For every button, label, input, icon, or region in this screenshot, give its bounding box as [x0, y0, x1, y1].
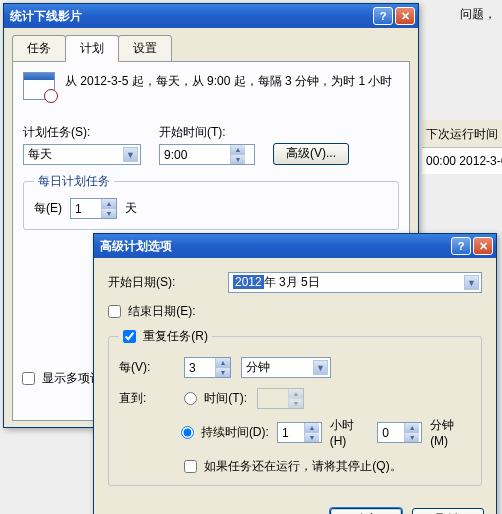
daily-legend: 每日计划任务 — [34, 173, 114, 190]
schedule-task-value: 每天 — [28, 146, 52, 163]
close-icon: ✕ — [401, 10, 410, 23]
close-button[interactable]: ✕ — [395, 7, 415, 25]
repeat-task-checkbox[interactable]: 重复任务(R) — [123, 329, 208, 343]
repeat-task-label: 重复任务(R) — [143, 329, 208, 343]
titlebar[interactable]: 高级计划选项 ? ✕ — [94, 234, 496, 258]
bg-text: 问题， — [460, 6, 496, 23]
start-date-label: 开始日期(S): — [108, 274, 228, 291]
repeat-unit-value: 分钟 — [246, 359, 270, 376]
until-label: 直到: — [119, 390, 174, 407]
daily-fieldset: 每日计划任务 每(E) ▲▼ 天 — [23, 173, 399, 230]
ok-button[interactable]: 确定 — [330, 508, 402, 514]
schedule-description: 从 2012-3-5 起，每天，从 9:00 起，每隔 3 分钟，为时 1 小时 — [65, 72, 392, 91]
schedule-task-label: 计划任务(S): — [23, 124, 141, 141]
schedule-icon — [23, 72, 55, 100]
spin-down-icon[interactable]: ▼ — [102, 208, 116, 218]
titlebar[interactable]: 统计下线影片 ? ✕ — [4, 4, 418, 28]
window-title: 高级计划选项 — [100, 238, 449, 255]
close-button[interactable]: ✕ — [473, 237, 493, 255]
spin-up-icon[interactable]: ▲ — [231, 145, 245, 154]
every-days-value[interactable] — [71, 199, 101, 218]
minutes-label: 分钟(M) — [430, 417, 471, 448]
close-icon: ✕ — [479, 240, 488, 253]
start-date-value: 2012年 3月 5日 — [233, 274, 320, 291]
repeat-task-input[interactable] — [123, 330, 136, 343]
until-duration-label: 持续时间(D): — [201, 425, 269, 439]
start-time-value[interactable] — [160, 145, 230, 164]
dialog-buttons: 确定 取消 — [94, 498, 496, 514]
end-date-input[interactable] — [108, 305, 121, 318]
advanced-button[interactable]: 高级(V)... — [273, 143, 349, 165]
repeat-every-label: 每(V): — [119, 359, 174, 376]
until-time-input[interactable] — [184, 392, 197, 405]
repeat-every-input[interactable]: ▲▼ — [184, 357, 231, 378]
window-title: 统计下线影片 — [10, 8, 371, 25]
every-label: 每(E) — [34, 200, 62, 217]
tab-task[interactable]: 任务 — [12, 35, 66, 62]
schedule-task-select[interactable]: 每天 ▼ — [23, 144, 141, 165]
chevron-down-icon: ▼ — [313, 360, 328, 375]
cancel-button[interactable]: 取消 — [412, 508, 484, 514]
spin-up-icon[interactable]: ▲ — [305, 423, 319, 432]
start-date-select[interactable]: 2012年 3月 5日 ▼ — [228, 272, 482, 293]
minutes-input[interactable]: ▲▼ — [377, 422, 422, 443]
repeat-every-value[interactable] — [185, 358, 215, 377]
repeat-fieldset: 重复任务(R) 每(V): ▲▼ 分钟 ▼ 直到: 时间(T): — [108, 328, 482, 486]
start-time-input[interactable]: ▲▼ — [159, 144, 255, 165]
spin-up-icon[interactable]: ▲ — [102, 199, 116, 208]
show-multi-input[interactable] — [22, 372, 35, 385]
hours-value[interactable] — [278, 423, 304, 442]
until-time-value-input: ▲▼ — [257, 388, 304, 409]
repeat-unit-select[interactable]: 分钟 ▼ — [241, 357, 331, 378]
hours-input[interactable]: ▲▼ — [277, 422, 322, 443]
stop-if-running-label: 如果任务还在运行，请将其停止(Q)。 — [204, 459, 401, 473]
tab-strip: 任务 计划 设置 — [4, 28, 418, 61]
start-time-label: 开始时间(T): — [159, 124, 255, 141]
minutes-value[interactable] — [378, 423, 404, 442]
col-header: 下次运行时间 — [422, 122, 502, 148]
end-date-label: 结束日期(E): — [128, 304, 195, 318]
spin-up-icon[interactable]: ▲ — [405, 423, 419, 432]
spin-down-icon[interactable]: ▼ — [305, 432, 319, 442]
help-button[interactable]: ? — [451, 237, 471, 255]
chevron-down-icon: ▼ — [123, 147, 138, 162]
advanced-options-dialog: 高级计划选项 ? ✕ 开始日期(S): 2012年 3月 5日 ▼ 结束日期(E… — [93, 233, 497, 514]
until-time-field — [258, 389, 288, 408]
chevron-down-icon: ▼ — [464, 275, 479, 290]
until-duration-input[interactable] — [181, 426, 194, 439]
spin-up-icon[interactable]: ▲ — [216, 358, 230, 367]
every-days-input[interactable]: ▲▼ — [70, 198, 117, 219]
until-time-radio[interactable]: 时间(T): — [184, 390, 247, 407]
stop-if-running-input[interactable] — [184, 460, 197, 473]
show-multi-checkbox[interactable]: 显示多项计 — [22, 371, 102, 385]
spin-down-icon[interactable]: ▼ — [405, 432, 419, 442]
until-duration-radio[interactable]: 持续时间(D): — [181, 424, 269, 441]
end-date-checkbox[interactable]: 结束日期(E): — [108, 304, 196, 318]
cell-value: 00:00 2012-3-6 — [422, 148, 502, 174]
every-unit: 天 — [125, 200, 137, 217]
hours-label: 小时(H) — [330, 417, 370, 448]
spin-down-icon[interactable]: ▼ — [216, 367, 230, 377]
until-time-label: 时间(T): — [204, 391, 247, 405]
spin-down-icon[interactable]: ▼ — [231, 154, 245, 164]
tab-settings[interactable]: 设置 — [118, 35, 172, 62]
help-button[interactable]: ? — [373, 7, 393, 25]
stop-if-running-checkbox[interactable]: 如果任务还在运行，请将其停止(Q)。 — [184, 459, 402, 473]
tab-schedule[interactable]: 计划 — [65, 35, 119, 62]
